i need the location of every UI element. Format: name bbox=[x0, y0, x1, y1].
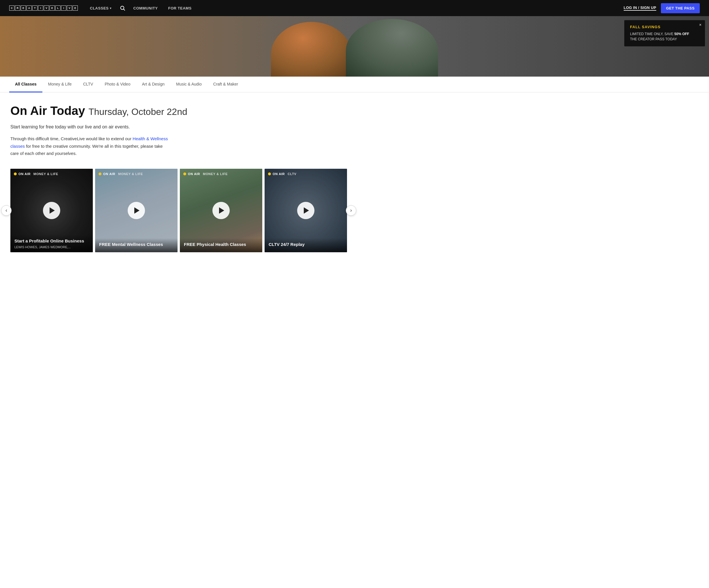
promo-body: LIMITED TIME ONLY, SAVE 50% OFF THE CREA… bbox=[630, 31, 699, 42]
category-tabs: All Classes Money & Life CLTV Photo & Vi… bbox=[0, 77, 709, 92]
on-air-dot-1 bbox=[14, 172, 17, 175]
logo-letter-i2: I bbox=[61, 5, 66, 11]
logo-letter-l: L bbox=[55, 5, 60, 11]
card-category-4: CLTV bbox=[288, 172, 296, 176]
on-air-date: Thursday, October 22nd bbox=[88, 107, 187, 117]
on-air-dot-4 bbox=[268, 172, 271, 175]
logo-letter-v: V bbox=[44, 5, 49, 11]
card-info-3: FREE Physical Health Classes bbox=[180, 238, 262, 252]
hero-banner: × FALL SAVINGS LIMITED TIME ONLY, SAVE 5… bbox=[0, 16, 709, 77]
card-1[interactable]: ON AIR MONEY & LIFE Start a Profitable O… bbox=[10, 169, 93, 252]
card-category-2: MONEY & LIFE bbox=[118, 172, 143, 176]
play-button-2[interactable] bbox=[128, 202, 145, 219]
person-right-silhouette bbox=[346, 19, 438, 77]
svg-point-0 bbox=[121, 6, 124, 9]
on-air-label-3: ON AIR bbox=[188, 172, 200, 176]
card-author-1: LEWIS HOWES, JAMES WEDMORE,... bbox=[15, 245, 89, 249]
navbar: C R E A T I V E L I V E CLASSES ▾ COMMUN… bbox=[0, 0, 709, 16]
logo-letter-a: A bbox=[27, 5, 32, 11]
nav-links: CLASSES ▾ COMMUNITY FOR TEAMS bbox=[85, 0, 624, 16]
card-info-4: CLTV 24/7 Replay bbox=[265, 238, 347, 252]
hero-people bbox=[0, 16, 709, 77]
play-icon-3 bbox=[219, 207, 224, 214]
card-info-2: FREE Mental Wellness Classes bbox=[95, 238, 178, 252]
on-air-label-1: ON AIR bbox=[19, 172, 30, 176]
tab-cltv[interactable]: CLTV bbox=[77, 77, 99, 92]
promo-popup: × FALL SAVINGS LIMITED TIME ONLY, SAVE 5… bbox=[624, 20, 705, 46]
card-3[interactable]: ON AIR MONEY & LIFE FREE Physical Health… bbox=[180, 169, 262, 252]
promo-bold: 50% OFF bbox=[675, 32, 689, 36]
arrow-right-button[interactable]: › bbox=[346, 205, 356, 216]
logo-letter-c: C bbox=[9, 5, 15, 11]
logo-letter-e: E bbox=[21, 5, 26, 11]
logo-letter-v2: V bbox=[67, 5, 72, 11]
card-badge-3: ON AIR MONEY & LIFE bbox=[183, 172, 228, 176]
logo-letter-e3: E bbox=[73, 5, 78, 11]
card-title-1: Start a Profitable Online Business bbox=[15, 238, 89, 244]
logo-letter-r: R bbox=[15, 5, 20, 11]
main-content: On Air Today Thursday, October 22nd Star… bbox=[0, 92, 358, 262]
tab-money-life[interactable]: Money & Life bbox=[42, 77, 78, 92]
play-button-4[interactable] bbox=[297, 202, 314, 219]
card-badge-1: ON AIR MONEY & LIFE bbox=[14, 172, 58, 176]
card-4[interactable]: ON AIR CLTV CLTV 24/7 Replay bbox=[265, 169, 347, 252]
cards-row: ON AIR MONEY & LIFE Start a Profitable O… bbox=[0, 169, 358, 252]
nav-community[interactable]: COMMUNITY bbox=[128, 0, 163, 16]
get-pass-button[interactable]: GET THE PASS bbox=[661, 3, 700, 13]
play-button-1[interactable] bbox=[43, 202, 60, 219]
card-category-1: MONEY & LIFE bbox=[33, 172, 58, 176]
close-icon[interactable]: × bbox=[699, 23, 702, 27]
card-2[interactable]: ON AIR MONEY & LIFE FREE Mental Wellness… bbox=[95, 169, 178, 252]
card-category-3: MONEY & LIFE bbox=[203, 172, 228, 176]
on-air-label-2: ON AIR bbox=[103, 172, 115, 176]
nav-right: LOG IN / SIGN UP GET THE PASS bbox=[624, 3, 700, 13]
nav-for-teams[interactable]: FOR TEAMS bbox=[163, 0, 196, 16]
logo-letter-t: T bbox=[32, 5, 37, 11]
card-badge-2: ON AIR MONEY & LIFE bbox=[99, 172, 143, 176]
card-title-3: FREE Physical Health Classes bbox=[184, 242, 258, 247]
logo-letter-e2: E bbox=[50, 5, 55, 11]
card-info-1: Start a Profitable Online Business LEWIS… bbox=[10, 235, 93, 252]
card-badge-4: ON AIR CLTV bbox=[268, 172, 296, 176]
card-title-4: CLTV 24/7 Replay bbox=[269, 242, 343, 247]
on-air-description: Through this difficult time, CreativeLiv… bbox=[10, 135, 172, 157]
on-air-dot-3 bbox=[183, 172, 186, 175]
on-air-label-4: ON AIR bbox=[273, 172, 285, 176]
play-icon-1 bbox=[50, 207, 55, 214]
person-left-silhouette bbox=[271, 22, 351, 77]
card-title-2: FREE Mental Wellness Classes bbox=[99, 242, 174, 247]
promo-body-line1: LIMITED TIME ONLY, SAVE bbox=[630, 32, 675, 36]
on-air-dot-2 bbox=[99, 172, 101, 175]
on-air-heading: On Air Today Thursday, October 22nd bbox=[10, 104, 347, 118]
cards-container: ‹ ON AIR MONEY & LIFE Start a Profitable… bbox=[0, 169, 358, 252]
nav-classes[interactable]: CLASSES ▾ bbox=[85, 0, 117, 16]
on-air-subtitle: Start learning for free today with our l… bbox=[10, 123, 347, 131]
arrow-left-button[interactable]: ‹ bbox=[1, 205, 11, 216]
chevron-right-icon: › bbox=[350, 207, 352, 213]
svg-line-1 bbox=[123, 9, 125, 11]
logo-letter-i: I bbox=[38, 5, 43, 11]
logo[interactable]: C R E A T I V E L I V E bbox=[9, 5, 78, 11]
tab-music-audio[interactable]: Music & Audio bbox=[170, 77, 208, 92]
login-link[interactable]: LOG IN / SIGN UP bbox=[624, 5, 656, 11]
page-title: On Air Today bbox=[10, 104, 85, 118]
tab-art-design[interactable]: Art & Design bbox=[136, 77, 170, 92]
play-icon-2 bbox=[134, 207, 139, 214]
chevron-left-icon: ‹ bbox=[5, 207, 7, 213]
tab-all-classes[interactable]: All Classes bbox=[9, 77, 42, 92]
tab-craft-maker[interactable]: Craft & Maker bbox=[208, 77, 244, 92]
play-icon-4 bbox=[304, 207, 309, 214]
promo-body-line2: THE CREATOR PASS TODAY bbox=[630, 37, 677, 41]
search-icon[interactable] bbox=[117, 0, 128, 16]
play-button-3[interactable] bbox=[212, 202, 230, 219]
chevron-down-icon: ▾ bbox=[110, 7, 111, 10]
tab-photo-video[interactable]: Photo & Video bbox=[99, 77, 136, 92]
promo-title: FALL SAVINGS bbox=[630, 25, 699, 29]
